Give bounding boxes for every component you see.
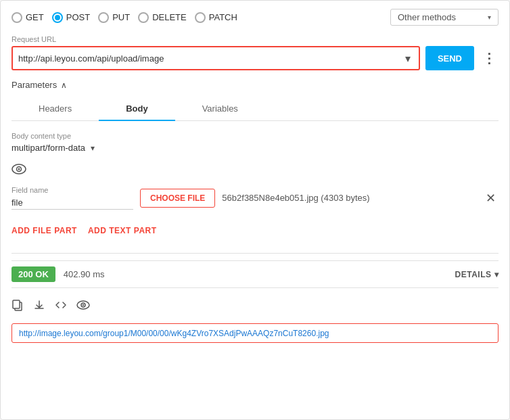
method-get[interactable]: GET [11,12,44,23]
choose-file-button[interactable]: CHOOSE FILE [140,189,215,208]
eye-response-icon[interactable] [76,300,90,312]
response-url-box: http://image.leyou.com/group1/M00/00/00/… [11,323,499,343]
url-section: Request URL ▾ SEND ⋮ [11,35,499,70]
method-bar: GET POST PUT DELETE PATCH Other methods … [11,9,499,26]
preview-toggle-icon[interactable] [11,164,499,178]
content-type-value: multipart/form-data [11,143,85,153]
radio-delete[interactable] [138,12,149,23]
url-label: Request URL [11,35,499,43]
content-type-label: Body content type [11,132,499,140]
parameters-label: Parameters [11,80,57,90]
other-methods-dropdown[interactable]: Other methods ▾ [390,9,499,26]
url-input-wrapper: ▾ [11,46,420,70]
body-content-type-section: Body content type multipart/form-data ▾ [11,132,499,153]
response-url-link[interactable]: http://image.leyou.com/group1/M00/00/00/… [19,329,329,338]
file-info-text: 56b2f385N8e4eb051.jpg (4303 bytes) [222,193,476,203]
method-get-label: GET [26,12,44,22]
download-icon[interactable] [33,299,45,314]
response-time: 402.90 ms [64,269,105,279]
add-part-row: ADD FILE PART ADD TEXT PART [11,220,499,241]
response-toolbar [11,295,499,318]
file-part-row: Field name CHOOSE FILE 56b2f385N8e4eb051… [11,186,499,210]
add-text-part-button[interactable]: ADD TEXT PART [88,220,157,241]
more-options-icon[interactable]: ⋮ [480,47,499,69]
tab-body[interactable]: Body [99,97,175,120]
status-badge: 200 OK [11,266,55,282]
method-post-label: POST [66,12,90,22]
tab-variables[interactable]: Variables [175,97,265,120]
remove-file-icon[interactable]: ✕ [483,188,499,208]
content-type-select[interactable]: multipart/form-data ▾ [11,143,499,153]
copy-icon[interactable] [11,299,24,314]
field-name-group: Field name [11,186,133,210]
method-delete[interactable]: DELETE [138,12,187,23]
add-file-part-button[interactable]: ADD FILE PART [11,220,77,241]
method-patch[interactable]: PATCH [195,12,237,23]
other-methods-label: Other methods [398,12,456,22]
details-label: DETAILS [455,270,492,279]
tab-headers[interactable]: Headers [11,97,99,120]
radio-get[interactable] [11,12,22,23]
radio-patch[interactable] [195,12,206,23]
method-put[interactable]: PUT [98,12,130,23]
response-bar: 200 OK 402.90 ms DETAILS ▾ [11,260,499,288]
svg-point-7 [83,304,85,306]
radio-put[interactable] [98,12,109,23]
chevron-up-icon: ∧ [61,80,67,90]
parameters-header[interactable]: Parameters ∧ [11,80,499,90]
method-post[interactable]: POST [52,12,90,23]
field-name-input[interactable] [11,196,133,210]
url-dropdown-icon[interactable]: ▾ [402,49,413,68]
content-type-chevron-icon: ▾ [91,143,95,153]
details-button[interactable]: DETAILS ▾ [455,270,499,279]
field-name-label: Field name [11,186,133,194]
send-button[interactable]: SEND [425,46,474,70]
url-bar: ▾ SEND ⋮ [11,46,499,70]
code-icon[interactable] [55,299,67,314]
method-patch-label: PATCH [209,12,237,22]
divider [11,253,499,254]
method-put-label: PUT [112,12,130,22]
chevron-down-icon: ▾ [488,14,491,21]
url-input[interactable] [18,53,402,64]
svg-rect-4 [13,300,20,308]
main-container: GET POST PUT DELETE PATCH Other methods … [0,0,510,420]
details-chevron-icon: ▾ [494,270,499,279]
tabs-bar: Headers Body Variables [11,97,499,121]
method-delete-label: DELETE [152,12,187,22]
radio-post[interactable] [52,12,63,23]
svg-point-2 [18,168,20,170]
